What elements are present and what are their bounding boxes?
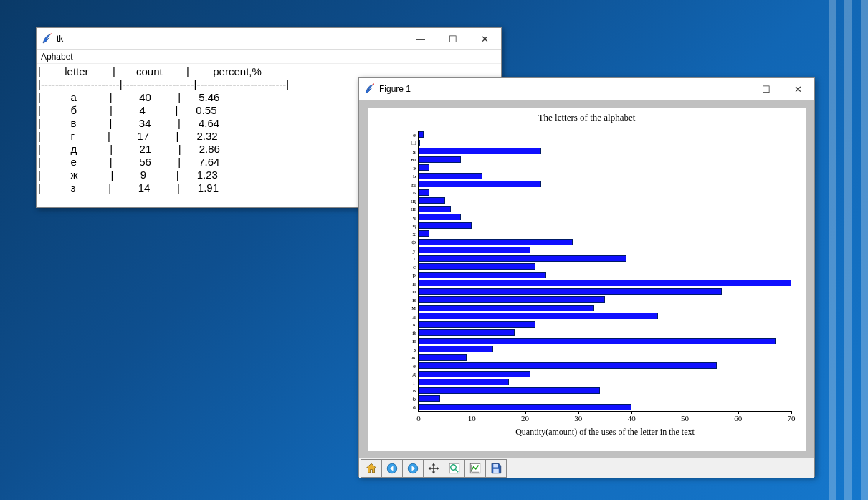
chart-y-tick-label: д [412, 371, 416, 377]
toolbar-home-button[interactable] [361, 459, 382, 478]
chart-y-tick-label: ц [412, 222, 416, 229]
chart-y-tick-label: о [413, 288, 416, 295]
tk-minimize-button[interactable]: — [404, 28, 437, 49]
chart-bar [419, 280, 791, 286]
wallpaper-stripes [829, 0, 868, 500]
chart-bar [419, 313, 658, 319]
chart-bar [419, 255, 626, 262]
plot-background: The letters of the alphabet Quantity(amo… [368, 108, 806, 451]
chart-bar [419, 288, 722, 295]
chart-y-tick-label: в [413, 387, 416, 394]
tk-maximize-button[interactable]: ☐ [437, 28, 469, 49]
chart-x-tick-label: 20 [521, 414, 529, 423]
chart-axes: Quantity(amount) of the uses of the lett… [418, 131, 791, 412]
chart-y-tick-label: ы [411, 181, 416, 187]
toolbar-forward-button[interactable] [402, 459, 424, 478]
svg-rect-8 [493, 464, 498, 468]
chart-y-tick-label: ф [411, 239, 416, 245]
chart-y-tick-label: ю [411, 156, 416, 163]
chart-bar [419, 263, 535, 270]
chart-bar [419, 189, 429, 196]
desktop: tk — ☐ ✕ Aphabet | letter | count | perc… [0, 0, 868, 500]
chart-y-tick-label: е [413, 362, 416, 369]
chart-y-tick-label: я [413, 148, 416, 154]
chart-bar [419, 206, 451, 212]
chart-y-tick-label: а [413, 404, 416, 410]
chart-bar [419, 404, 631, 410]
chart-bar [419, 371, 530, 377]
chart-y-tick-label: г [413, 379, 416, 385]
chart-y-tick-label: у [413, 247, 416, 253]
zoom-icon [448, 462, 461, 475]
chart-x-tick-label: 50 [681, 414, 689, 423]
tk-close-button[interactable]: ✕ [469, 28, 501, 49]
tk-menu-alphabet[interactable]: Aphabet [37, 50, 501, 64]
chart-y-tick-label: б [412, 395, 416, 402]
chart-bar [419, 346, 493, 352]
toolbar-save-button[interactable] [485, 459, 507, 478]
chart-x-tick-label: 10 [468, 414, 476, 423]
subplots-icon [469, 462, 482, 475]
toolbar-pan-button[interactable] [423, 459, 444, 478]
figure-titlebar[interactable]: Figure 1 — ☐ ✕ [359, 78, 814, 100]
toolbar-subplots-button[interactable] [464, 459, 486, 478]
chart-bar [419, 272, 546, 278]
chart-y-tick-label: ш [411, 206, 416, 212]
chart-bar [419, 321, 535, 328]
chart-bar [419, 354, 467, 361]
chart-x-tick-label: 0 [416, 414, 421, 423]
chart-y-tick-label: ч [412, 214, 416, 220]
tk-title: tk [57, 34, 63, 44]
chart-y-tick-label: ё [413, 131, 416, 138]
chart-y-tick-label: □ [412, 140, 416, 146]
save-icon [490, 462, 502, 475]
chart-bar [419, 197, 445, 204]
figure-close-button[interactable]: ✕ [782, 78, 814, 100]
chart-bar [419, 296, 605, 303]
chart-bar [419, 156, 461, 163]
chart-y-tick-label: ь [413, 173, 416, 179]
matplotlib-toolbar [359, 458, 814, 478]
move-icon [427, 462, 440, 475]
chart-bar [419, 387, 600, 394]
chart-bar [419, 164, 429, 171]
chart-bar [419, 395, 440, 402]
chart-y-tick-label: т [413, 255, 416, 262]
chart-bar [419, 148, 541, 154]
figure-window: Figure 1 — ☐ ✕ The letters of the alphab… [358, 77, 815, 477]
chart-x-tick-label: 70 [788, 414, 796, 423]
chart-y-tick-label: р [413, 272, 416, 278]
chart-y-tick-label: й [412, 329, 416, 336]
chart-bar [419, 362, 717, 369]
chart-bar [419, 140, 420, 146]
figure-minimize-button[interactable]: — [717, 78, 750, 100]
chart-x-tick-label: 30 [574, 414, 582, 423]
chart-bar [419, 222, 472, 229]
arrow-left-icon [386, 462, 399, 475]
chart-bar [419, 247, 530, 253]
chart-y-tick-label: л [413, 313, 416, 319]
chart-y-tick-label: х [413, 230, 416, 237]
chart-bar [419, 173, 482, 179]
chart-y-tick-label: с [413, 263, 416, 270]
toolbar-zoom-button[interactable] [444, 459, 465, 478]
chart-y-tick-label: ъ [412, 189, 416, 196]
figure-feather-icon [363, 83, 375, 95]
figure-title: Figure 1 [379, 84, 411, 94]
chart-y-tick-label: м [411, 305, 416, 311]
chart-bar [419, 230, 429, 237]
chart-x-tick-label: 60 [734, 414, 742, 423]
chart-y-tick-label: п [412, 280, 416, 286]
chart-bar [419, 305, 594, 311]
home-icon [365, 462, 378, 475]
chart-xlabel: Quantity(amount) of the uses of the lett… [419, 427, 791, 438]
tk-feather-icon [41, 33, 52, 44]
figure-maximize-button[interactable]: ☐ [750, 78, 782, 100]
chart-title: The letters of the alphabet [368, 108, 806, 123]
chart-bar [419, 379, 509, 385]
toolbar-back-button[interactable] [381, 459, 403, 478]
chart-x-tick-label: 40 [628, 414, 636, 423]
chart-y-tick-label: н [412, 296, 416, 303]
svg-rect-9 [493, 468, 499, 472]
tk-titlebar[interactable]: tk — ☐ ✕ [37, 28, 501, 50]
